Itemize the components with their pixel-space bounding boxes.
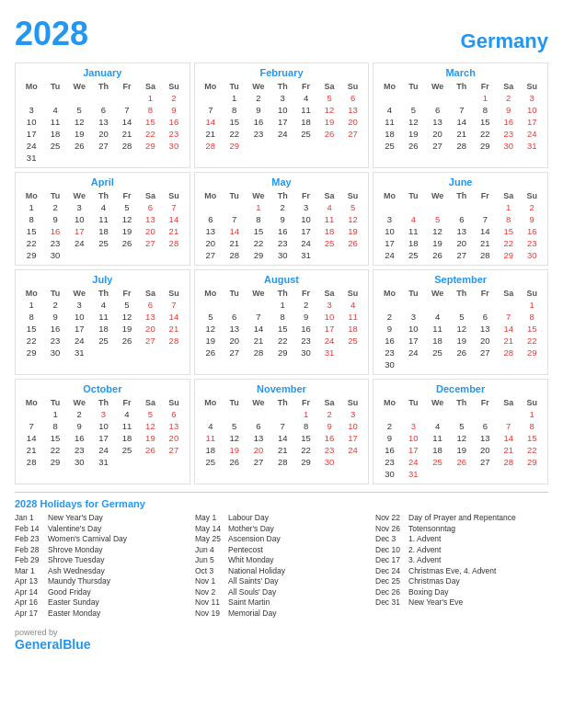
calendar-day: 27 bbox=[425, 140, 450, 152]
calendar-day: 12 bbox=[199, 323, 223, 335]
calendar-day: 22 bbox=[43, 444, 66, 456]
calendar-day: 22 bbox=[520, 444, 544, 456]
calendar-day: 26 bbox=[199, 347, 223, 358]
calendar-day: 3 bbox=[92, 408, 115, 420]
calendar-day bbox=[139, 249, 162, 261]
calendar-day: 14 bbox=[246, 323, 270, 335]
holiday-name: Day of Prayer and Repentance bbox=[408, 513, 516, 522]
calendar-day: 15 bbox=[19, 225, 43, 237]
calendar-day bbox=[199, 92, 223, 104]
calendar-day: 27 bbox=[341, 128, 365, 140]
holiday-date: Nov 1 bbox=[195, 576, 224, 586]
calendar-day: 21 bbox=[223, 237, 246, 249]
calendar-day bbox=[43, 92, 66, 104]
calendar-day: 3 bbox=[67, 201, 92, 213]
weekday-header: Mo bbox=[199, 288, 223, 299]
holiday-date: Dec 10 bbox=[375, 545, 405, 554]
calendar-day: 20 bbox=[139, 323, 162, 335]
list-item: May 14Mother's Day bbox=[195, 524, 368, 533]
weekday-header: Th bbox=[450, 190, 473, 201]
calendar-day: 3 bbox=[294, 201, 317, 213]
holiday-name: Valentine's Day bbox=[48, 524, 101, 533]
list-item: Apr 14Good Friday bbox=[15, 587, 188, 597]
calendar-day bbox=[497, 299, 520, 311]
calendar-day: 14 bbox=[450, 116, 473, 128]
calendar-day: 13 bbox=[199, 225, 223, 237]
calendar-day: 5 bbox=[67, 104, 92, 116]
calendar-day bbox=[474, 408, 497, 420]
country-label: Germany bbox=[461, 29, 548, 53]
calendar-day: 18 bbox=[317, 225, 340, 237]
calendar-day: 30 bbox=[497, 140, 520, 152]
month-title: June bbox=[377, 176, 544, 188]
calendar-day bbox=[520, 468, 544, 480]
calendar-day: 5 bbox=[199, 311, 223, 323]
calendar-day: 24 bbox=[67, 237, 92, 249]
calendar-day: 12 bbox=[425, 225, 450, 237]
calendar-day bbox=[162, 456, 186, 468]
weekday-header: We bbox=[425, 190, 450, 201]
calendar-day: 27 bbox=[223, 347, 246, 358]
calendar-day: 13 bbox=[223, 323, 246, 335]
calendar-day: 5 bbox=[115, 299, 138, 311]
calendar-day: 17 bbox=[341, 432, 365, 444]
calendar-day: 25 bbox=[425, 347, 450, 358]
month-block: OctoberMoTuWeThFrSaSu1234567891011121314… bbox=[15, 379, 190, 484]
calendar-day: 28 bbox=[246, 347, 270, 358]
calendar-day: 13 bbox=[474, 432, 497, 444]
calendar-day: 3 bbox=[341, 408, 365, 420]
calendar-day bbox=[341, 456, 365, 468]
calendar-day: 2 bbox=[377, 420, 401, 432]
calendar-day bbox=[270, 408, 293, 420]
calendar-day: 7 bbox=[270, 420, 293, 432]
calendar-day: 5 bbox=[341, 201, 365, 213]
calendar-day: 17 bbox=[294, 225, 317, 237]
calendar-day: 24 bbox=[270, 128, 293, 140]
holiday-name: Christmas Day bbox=[408, 576, 460, 586]
holiday-date: Dec 26 bbox=[375, 587, 405, 597]
month-block: MarchMoTuWeThFrSaSu123456789101112131415… bbox=[373, 63, 548, 168]
calendar-day: 7 bbox=[497, 311, 520, 323]
calendar-day: 3 bbox=[377, 213, 401, 225]
calendar-day: 11 bbox=[425, 323, 450, 335]
holiday-date: Feb 29 bbox=[15, 555, 44, 564]
calendar-day bbox=[377, 299, 401, 311]
calendar-day: 6 bbox=[139, 201, 162, 213]
holiday-name: 3. Advent bbox=[408, 555, 441, 564]
calendar-day: 21 bbox=[199, 128, 223, 140]
calendar-day: 19 bbox=[450, 444, 473, 456]
calendar-day bbox=[341, 249, 365, 261]
weekday-header: Sa bbox=[139, 81, 162, 92]
month-block: SeptemberMoTuWeThFrSaSu12345678910111213… bbox=[373, 269, 548, 375]
list-item: Jun 5Whit Monday bbox=[195, 555, 368, 564]
weekday-header: Sa bbox=[317, 81, 340, 92]
weekday-header: Mo bbox=[377, 288, 401, 299]
holiday-date: Nov 11 bbox=[195, 597, 224, 607]
holidays-columns: Jan 1New Year's DayFeb 14Valentine's Day… bbox=[15, 513, 548, 619]
calendar-day: 12 bbox=[115, 213, 138, 225]
weekday-header: Mo bbox=[199, 397, 223, 408]
calendar-day: 19 bbox=[139, 432, 162, 444]
calendar-day: 4 bbox=[294, 92, 317, 104]
calendar-day: 10 bbox=[317, 311, 340, 323]
calendar-day: 30 bbox=[317, 456, 340, 468]
weekday-header: Sa bbox=[317, 397, 340, 408]
calendar-day bbox=[450, 201, 473, 213]
calendar-day: 23 bbox=[43, 335, 66, 347]
month-table: MoTuWeThFrSaSu12345678910111213141516171… bbox=[377, 397, 544, 480]
month-table: MoTuWeThFrSaSu12345678910111213141516171… bbox=[199, 288, 365, 358]
calendar-day: 25 bbox=[92, 335, 115, 347]
weekday-header: Su bbox=[341, 397, 365, 408]
holiday-column: May 1Labour DayMay 14Mother's DayMay 25A… bbox=[195, 513, 368, 619]
month-title: March bbox=[377, 67, 544, 78]
calendar-day: 19 bbox=[115, 225, 138, 237]
calendar-day bbox=[246, 299, 270, 311]
weekday-header: We bbox=[246, 81, 270, 92]
calendar-day: 26 bbox=[402, 140, 425, 152]
list-item: Dec 25Christmas Day bbox=[375, 576, 548, 586]
calendar-day: 3 bbox=[317, 299, 340, 311]
list-item: Nov 1All Saints' Day bbox=[195, 576, 368, 586]
holiday-date: Nov 22 bbox=[375, 513, 405, 522]
calendar-day bbox=[223, 299, 246, 311]
weekday-header: Th bbox=[270, 81, 293, 92]
